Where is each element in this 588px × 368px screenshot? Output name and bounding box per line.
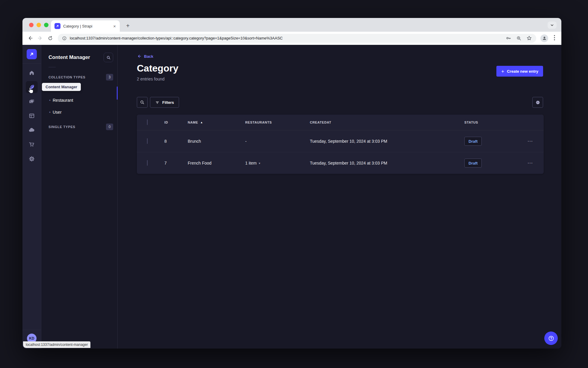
chevron-down-icon	[550, 23, 554, 27]
back-arrow-icon	[27, 35, 33, 41]
help-button[interactable]	[544, 331, 558, 345]
gear-icon	[28, 156, 35, 162]
browser-menu-button[interactable]	[551, 35, 558, 42]
kebab-menu-icon	[554, 35, 555, 40]
tab-close-icon[interactable]: ×	[112, 24, 117, 29]
create-new-entry-button[interactable]: + Create new entry	[496, 66, 543, 77]
strapi-logo-icon	[29, 51, 34, 57]
cell-restaurants: -	[245, 139, 310, 144]
category-list-view: Back Category 2 entries found + Create n…	[118, 45, 561, 349]
caret-down-icon: ▾	[259, 162, 260, 165]
subnav-title: Content Manager	[49, 54, 90, 60]
browser-window: Category | Strapi × + localhost:1337/adm…	[22, 18, 561, 349]
browser-profile-button[interactable]	[540, 34, 548, 42]
nav-settings-button[interactable]	[26, 153, 38, 165]
cell-name: Brunch	[188, 139, 245, 144]
subnav-search-button[interactable]	[104, 53, 113, 62]
subnav-item-restaurant[interactable]: • Restaurant	[41, 94, 117, 106]
nav-marketplace-button[interactable]	[26, 139, 38, 150]
layout-builder-icon	[28, 112, 35, 119]
sort-ascending-icon: ▲	[200, 121, 203, 124]
column-header-status[interactable]: STATUS	[464, 121, 517, 124]
filter-icon	[155, 100, 160, 105]
rail-bottom-divider	[22, 330, 41, 330]
row-actions-button[interactable]: ⋯	[524, 160, 536, 166]
browser-tab[interactable]: Category | Strapi ×	[51, 20, 120, 32]
table-search-button[interactable]	[137, 97, 148, 108]
section-label: COLLECTION TYPES	[49, 75, 85, 79]
view-settings-button[interactable]	[532, 97, 543, 108]
subnav-item-user[interactable]: • User	[41, 106, 117, 118]
page-info-icon[interactable]	[62, 36, 67, 41]
reload-button[interactable]	[45, 33, 55, 43]
row-checkbox[interactable]	[147, 160, 148, 166]
desktop-background: Category | Strapi × + localhost:1337/adm…	[0, 0, 588, 368]
nav-media-library-button[interactable]	[26, 95, 38, 107]
forward-nav-button[interactable]	[35, 33, 45, 43]
single-types-section-header: SINGLE TYPES 0	[41, 124, 117, 130]
column-header-name[interactable]: NAME ▲	[188, 121, 245, 124]
section-label: SINGLE TYPES	[49, 125, 75, 129]
table-header-row: ID NAME ▲ RESTAURANTS CREATEDAT STATUS	[137, 115, 544, 130]
strapi-logo[interactable]	[27, 49, 37, 59]
star-icon	[526, 35, 532, 41]
entries-count: 2 entries found	[137, 77, 178, 81]
bookmark-button[interactable]	[526, 35, 532, 41]
subnav-divider	[49, 67, 56, 67]
filters-button[interactable]: Filters	[150, 97, 179, 108]
key-icon	[506, 35, 511, 41]
url-bar[interactable]: localhost:1337/admin/content-manager/col…	[58, 34, 536, 43]
table-row[interactable]: 8 Brunch - Tuesday, September 10, 2024 a…	[137, 130, 544, 152]
tab-strip: Category | Strapi × +	[22, 18, 561, 32]
entries-table: ID NAME ▲ RESTAURANTS CREATEDAT STATUS 8	[137, 115, 544, 174]
url-text[interactable]: localhost:1337/admin/content-manager/col…	[70, 36, 501, 40]
active-item-indicator	[117, 86, 118, 100]
window-controls	[29, 23, 49, 27]
cell-createdat: Tuesday, September 10, 2024 at 3:03 PM	[310, 139, 464, 144]
plus-icon: +	[501, 69, 504, 74]
page-title: Category	[137, 62, 178, 74]
cell-id: 8	[164, 139, 188, 144]
rail-divider	[22, 63, 41, 64]
collection-types-section-header: COLLECTION TYPES 3	[41, 74, 117, 80]
person-icon	[542, 36, 547, 41]
status-badge: Draft	[464, 137, 482, 146]
tab-search-button[interactable]	[548, 22, 557, 29]
new-tab-button[interactable]: +	[124, 22, 132, 30]
question-mark-icon	[548, 335, 554, 342]
nav-home-button[interactable]	[26, 67, 38, 79]
forward-arrow-icon	[37, 35, 43, 41]
bullet-icon: •	[49, 110, 51, 115]
row-checkbox[interactable]	[147, 138, 148, 144]
column-header-restaurants[interactable]: RESTAURANTS	[245, 121, 310, 124]
row-actions-button[interactable]: ⋯	[524, 138, 536, 145]
home-icon	[28, 69, 35, 76]
column-header-id[interactable]: ID	[164, 121, 188, 124]
nav-content-type-builder-button[interactable]	[26, 110, 38, 122]
password-manager-button[interactable]	[506, 35, 511, 41]
window-close-button[interactable]	[29, 23, 34, 27]
column-header-createdat[interactable]: CREATEDAT	[310, 121, 464, 124]
status-badge: Draft	[464, 159, 482, 168]
single-types-count-badge: 0	[106, 124, 113, 130]
nav-cloud-button[interactable]	[26, 124, 38, 136]
magnifier-plus-icon	[516, 36, 522, 41]
mouse-cursor	[27, 87, 34, 95]
cell-restaurants[interactable]: 1 item ▾	[245, 161, 310, 165]
browser-toolbar: localhost:1337/admin/content-manager/col…	[22, 32, 561, 45]
window-zoom-button[interactable]	[44, 23, 49, 27]
back-link[interactable]: Back	[137, 54, 153, 59]
gear-icon	[535, 100, 540, 105]
cell-name: French Food	[188, 161, 245, 165]
shopping-cart-icon	[28, 141, 35, 148]
zoom-page-button[interactable]	[516, 36, 522, 41]
back-nav-button[interactable]	[25, 33, 35, 43]
cell-createdat: Tuesday, September 10, 2024 at 3:03 PM	[310, 161, 464, 165]
bullet-icon: •	[49, 98, 51, 103]
media-library-icon	[28, 98, 35, 105]
tab-title: Category | Strapi	[63, 24, 112, 28]
window-minimize-button[interactable]	[37, 23, 41, 27]
table-row[interactable]: 7 French Food 1 item ▾ Tuesday, Septembe…	[137, 152, 544, 174]
back-arrow-icon	[137, 54, 142, 59]
select-all-checkbox[interactable]	[147, 119, 148, 125]
